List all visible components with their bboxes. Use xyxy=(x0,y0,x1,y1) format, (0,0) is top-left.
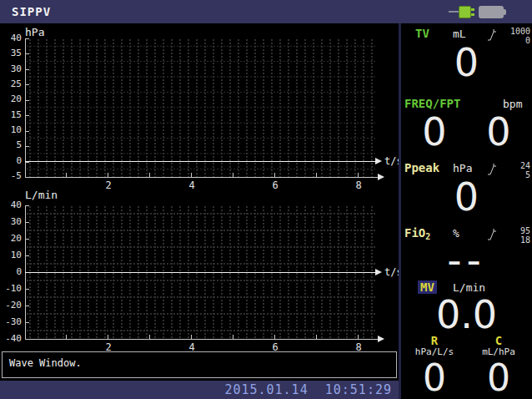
axis-arrow-icon xyxy=(378,174,384,180)
param-value: 0 xyxy=(401,42,532,83)
battery-icon xyxy=(504,9,506,15)
y-tick: -5 xyxy=(0,170,22,181)
x-tick: 4 xyxy=(183,179,200,191)
y-tick: 20 xyxy=(0,93,22,104)
param-value: 0 xyxy=(404,111,464,153)
x-axis xyxy=(25,339,379,340)
y-tick: -20 xyxy=(0,300,22,311)
trace-arrow-icon xyxy=(375,158,382,164)
param-label: Ppeak xyxy=(404,161,439,174)
x-axis-ticks xyxy=(66,335,363,339)
ac-power-icon xyxy=(471,8,474,11)
ventilation-mode-title: SIPPV xyxy=(12,5,51,18)
alarm-limit-icon xyxy=(487,28,497,43)
x-axis-ticks xyxy=(66,173,363,177)
param-label-selected[interactable]: MV xyxy=(418,280,437,294)
x-tick: 8 xyxy=(350,179,367,191)
message-text: Wave Window. xyxy=(9,357,82,369)
x-tick: 2 xyxy=(100,179,117,191)
y-tick: 15 xyxy=(0,109,22,120)
pressure-trace-zero-line xyxy=(25,161,376,162)
param-value: 0 xyxy=(469,111,529,153)
y-tick: 0 xyxy=(0,266,22,277)
datetime-display: 2015.01.14 10:51:29 xyxy=(224,382,392,397)
measured-values-panel: TV mL 1000 0 0 FREQ/FPT bpm 0 0 Ppeak hP… xyxy=(401,23,532,399)
y-tick: -10 xyxy=(0,283,22,294)
battery-icon xyxy=(479,6,504,18)
param-label: FREQ/FPT xyxy=(404,97,460,110)
y-tick: 10 xyxy=(0,250,22,260)
axis-arrow-icon xyxy=(378,336,384,342)
chart-grid xyxy=(26,38,375,177)
alarm-limit-high: 24 xyxy=(499,161,530,170)
param-unit: hPa xyxy=(453,162,472,174)
alarm-limit-icon xyxy=(487,163,497,177)
ac-power-icon xyxy=(449,11,459,13)
y-tick: 35 xyxy=(0,48,22,58)
y-tick: 30 xyxy=(0,216,22,227)
y-tick: 25 xyxy=(0,78,22,89)
message-box: Wave Window. xyxy=(2,351,397,378)
param-label: C xyxy=(469,334,529,347)
y-tick: -40 xyxy=(0,333,22,344)
y-tick: 40 xyxy=(0,33,22,43)
trace-arrow-icon xyxy=(375,269,382,275)
param-value: 0 xyxy=(404,357,464,399)
y-tick: 20 xyxy=(0,233,22,244)
y-tick: 5 xyxy=(0,139,22,150)
x-axis xyxy=(25,177,379,178)
param-label: R xyxy=(404,334,464,347)
y-tick: 0 xyxy=(0,155,22,166)
y-axis-ticks xyxy=(25,205,29,341)
alarm-limit-high: 1000 xyxy=(499,27,530,36)
param-label: TV xyxy=(415,27,429,40)
param-value: -- xyxy=(401,239,532,280)
status-bar: 2015.01.14 10:51:29 xyxy=(0,381,400,399)
y-tick: 40 xyxy=(0,200,22,210)
y-tick: 30 xyxy=(0,63,22,74)
param-unit: mL xyxy=(453,28,466,40)
alarm-limit-high: 95 xyxy=(499,226,530,235)
param-value: 0 xyxy=(469,357,529,399)
param-value: 0.0 xyxy=(401,294,532,336)
flow-trace-zero-line xyxy=(25,272,376,273)
ventilator-screen: SIPPV hPa 40 35 30 25 20 15 10 5 0 -5 t/… xyxy=(0,0,532,399)
ac-power-icon xyxy=(459,6,471,18)
x-tick: 6 xyxy=(267,179,284,191)
chart-title-pressure: hPa xyxy=(25,26,44,38)
y-tick: 10 xyxy=(0,124,22,135)
ac-power-icon xyxy=(471,13,474,16)
param-value: 0 xyxy=(401,176,532,218)
title-bar: SIPPV xyxy=(0,0,532,23)
chart-title-flow: L/min xyxy=(25,189,58,201)
y-axis-ticks xyxy=(25,38,29,178)
param-unit: bpm xyxy=(503,98,522,110)
y-tick: -30 xyxy=(0,316,22,327)
